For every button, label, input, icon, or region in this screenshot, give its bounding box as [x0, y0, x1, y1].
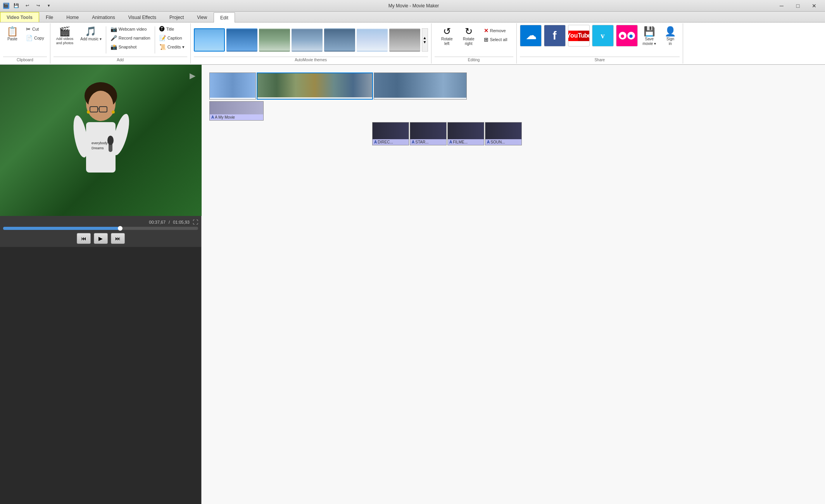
svg-point-13 — [87, 110, 90, 114]
theme-sunset[interactable] — [292, 28, 323, 52]
timeline-clip-3[interactable] — [374, 72, 467, 100]
add-music-label: Add music ▾ — [80, 37, 101, 41]
record-narration-button[interactable]: 🎤 Record narration — [108, 34, 153, 42]
progress-fill — [3, 227, 120, 230]
app-icon: 🎬 — [3, 3, 9, 9]
quick-access-toolbar: 💾 ↩ ↪ ▾ — [12, 2, 54, 10]
copy-button[interactable]: 📄 Copy — [23, 34, 47, 42]
watermark: ▶ — [190, 71, 195, 80]
maximize-btn[interactable]: □ — [790, 1, 806, 10]
svg-point-12 — [107, 136, 114, 145]
select-all-icon: ⊞ — [484, 36, 488, 43]
editing-content: ↺ Rotate left ↻ Rotate right ✕ Remove ⊞ … — [438, 25, 510, 55]
tab-home[interactable]: Home — [60, 12, 85, 22]
sign-in-button[interactable]: 👤 Sign in — [661, 25, 680, 48]
progress-thumb[interactable] — [118, 226, 123, 231]
paste-label: Paste — [7, 37, 17, 41]
customize-qa-btn[interactable]: ▾ — [44, 2, 54, 10]
caption-button[interactable]: 📝 Caption — [157, 34, 187, 42]
theme-sky[interactable] — [194, 28, 225, 52]
tab-project[interactable]: Project — [163, 12, 190, 22]
rotate-left-label: Rotate left — [441, 37, 452, 46]
fullscreen-icon[interactable]: ⛶ — [193, 219, 198, 225]
progress-bar[interactable] — [3, 227, 198, 230]
title-clip[interactable]: A A My Movie — [209, 101, 264, 121]
cut-button[interactable]: ✂ Cut — [23, 25, 47, 33]
save-quick-btn[interactable]: 💾 — [12, 2, 21, 10]
credits-icon: 📜 — [159, 44, 166, 50]
snapshot-button[interactable]: 📸 Snapshot — [108, 43, 153, 51]
record-narration-label: Record narration — [119, 36, 150, 40]
tab-video-tools[interactable]: Video Tools — [0, 12, 39, 22]
credit-clip-3[interactable]: A FILME... — [447, 122, 484, 145]
tab-view[interactable]: View — [190, 12, 214, 22]
save-movie-button[interactable]: 💾 Save movie ▾ — [640, 25, 659, 48]
svg-point-2 — [88, 91, 113, 120]
cut-label: Cut — [32, 27, 39, 31]
title-bar: 🎬 💾 ↩ ↪ ▾ My Movie - Movie Maker ─ □ ✕ — [0, 0, 825, 12]
tab-visual-effects[interactable]: Visual Effects — [122, 12, 163, 22]
play-button[interactable]: ▶ — [94, 233, 108, 244]
tab-animations[interactable]: Animations — [85, 12, 121, 22]
select-all-button[interactable]: ⊞ Select all — [481, 35, 510, 44]
window-controls: ─ □ ✕ — [774, 1, 822, 10]
undo-btn[interactable]: ↩ — [22, 2, 32, 10]
add-separator2 — [155, 26, 155, 54]
add-videos-label: Add videos and photos — [56, 37, 74, 45]
ribbon-group-add: 🎬 Add videos and photos 🎵 Add music ▾ 📷 … — [50, 23, 191, 64]
theme-mountain[interactable] — [259, 28, 290, 52]
theme-ocean[interactable] — [226, 28, 257, 52]
theme-snow[interactable] — [357, 28, 388, 52]
window-title: My Movie - Movie Maker — [54, 3, 774, 9]
rotate-right-label: Rotate right — [463, 37, 474, 46]
remove-button[interactable]: ✕ Remove — [481, 26, 510, 35]
ribbon-group-share: ☁ f You Tube v ● ● 💾 Save movie ▾ 👤 Sign… — [517, 23, 683, 64]
credit-label-2: A STAR... — [410, 139, 446, 145]
sign-in-icon: 👤 — [664, 27, 676, 36]
remove-label: Remove — [490, 28, 506, 33]
add-videos-button[interactable]: 🎬 Add videos and photos — [54, 25, 76, 47]
rotate-right-button[interactable]: ↻ Rotate right — [459, 25, 478, 48]
forward-button[interactable]: ⏭ — [111, 233, 125, 244]
rotate-left-button[interactable]: ↺ Rotate left — [438, 25, 456, 48]
credit-clip-4[interactable]: A SOUN... — [485, 122, 522, 145]
copy-icon: 📄 — [26, 35, 33, 41]
person-figure: everybody Dreams — [54, 80, 147, 200]
redo-btn[interactable]: ↪ — [33, 2, 43, 10]
editing-small-btns: ✕ Remove ⊞ Select all — [481, 26, 510, 44]
timeline-panel: A A My Movie A DIREC... A STAR... — [202, 65, 825, 504]
paste-button[interactable]: 📋 Paste — [3, 25, 22, 43]
minimize-btn[interactable]: ─ — [774, 1, 789, 10]
snapshot-label: Snapshot — [119, 45, 136, 49]
rotate-right-icon: ↻ — [465, 27, 473, 36]
theme-none[interactable] — [389, 28, 420, 52]
webcam-icon: 📷 — [110, 26, 117, 32]
themes-scroll-btn[interactable]: ▲ ▼ — [422, 28, 428, 52]
close-btn[interactable]: ✕ — [806, 1, 822, 10]
tab-file[interactable]: File — [39, 12, 60, 22]
rewind-button[interactable]: ⏮ — [77, 233, 91, 244]
credit-clip-1[interactable]: A DIREC... — [372, 122, 409, 145]
sign-in-label: Sign in — [666, 37, 674, 46]
credits-label: Credits ▾ — [167, 45, 185, 50]
theme-forest[interactable] — [324, 28, 355, 52]
facebook-button[interactable]: f — [544, 25, 566, 47]
onedrive-button[interactable]: ☁ — [520, 25, 542, 47]
vimeo-button[interactable]: v — [592, 25, 614, 47]
webcam-button[interactable]: 📷 Webcam video — [108, 25, 153, 33]
title-button[interactable]: 🅣 Title — [157, 25, 187, 33]
title-clip-label: A A My Movie — [210, 114, 263, 120]
credit-label-3: A FILME... — [448, 139, 484, 145]
main-content: ▶ — [0, 65, 825, 504]
timeline-clip-2[interactable] — [257, 72, 373, 100]
timeline-clip-1[interactable] — [209, 72, 256, 100]
youtube-button[interactable]: You Tube — [568, 25, 590, 47]
credits-button[interactable]: 📜 Credits ▾ — [157, 43, 187, 51]
credit-clip-2[interactable]: A STAR... — [410, 122, 447, 145]
flickr-button[interactable]: ● ● — [616, 25, 638, 47]
add-music-button[interactable]: 🎵 Add music ▾ — [78, 25, 104, 43]
themes-group-label: AutoMovie themes — [194, 57, 428, 62]
save-movie-icon: 💾 — [644, 27, 655, 36]
title-strip: A A My Movie — [209, 101, 817, 121]
tab-edit[interactable]: Edit — [214, 12, 235, 22]
